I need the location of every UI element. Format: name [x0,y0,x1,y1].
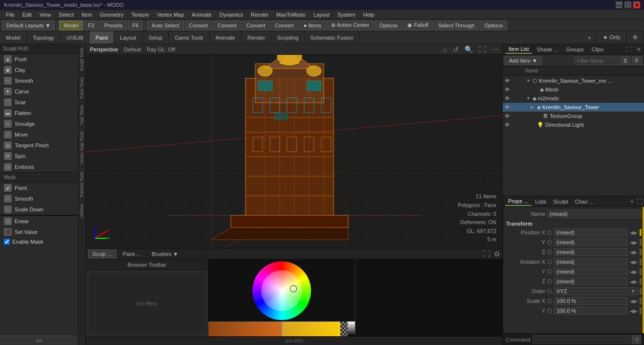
color-slider[interactable] [348,322,355,336]
props-expand-button[interactable]: + [630,198,634,205]
tab-settings[interactable]: ⚙ [627,31,644,44]
item-row-texture-group[interactable]: 👁 🖹 TextureGroup [503,112,644,120]
viewport-search-button[interactable]: 🔍 [465,46,473,53]
vtab-hair-tools[interactable]: Hair Tools [78,102,86,128]
viewport-expand-button[interactable]: ⛶ [479,46,486,53]
enable-mask-checkbox[interactable]: Enable Mask [0,237,78,246]
tool-scar[interactable]: ⌒ Scar [0,97,78,108]
select-through-button[interactable]: Select Through [434,21,479,30]
color-wheel-container[interactable] [208,259,355,322]
tool-tangent-pinch[interactable]: ◎ Tangent Pinch [0,140,78,151]
item-row-kremlin-tower[interactable]: 👁 ▶ ◈ Kremlin_Saviour_Tower [503,103,644,112]
order-dropdown-arrow[interactable]: ▼ [631,289,635,294]
add-item-button[interactable]: Add Item ▼ [505,56,542,65]
expand-icon-3[interactable]: ▼ [526,96,531,101]
tab-scripting[interactable]: Scripting [271,31,305,44]
vis-icon-4[interactable]: 👁 [505,104,510,110]
tab-game-tools[interactable]: Game Tools [169,31,210,44]
prop-position-z-radio[interactable] [547,250,552,254]
color-cursor[interactable] [290,286,296,292]
convert-button-2[interactable]: Convert [213,21,241,30]
prop-position-x-arrow[interactable]: ◀▶ [630,230,638,235]
tab-uvedit[interactable]: UVEdit [61,31,89,44]
viewport-canvas[interactable]: 11 Items Polygons : Face Channels: 0 Def… [86,55,502,248]
bottom-menu-button[interactable]: ⚙ [494,250,500,258]
viewport-raygl-label[interactable]: Ray GL: Off [147,46,175,52]
prop-rotation-y-radio[interactable] [547,269,552,274]
btab-sculpt[interactable]: Sculp ... [88,250,116,258]
model-tab-button[interactable]: Model [59,21,83,30]
panel-tab-groups[interactable]: Groups [563,46,587,53]
prop-position-y-arrow[interactable]: ◀▶ [630,240,638,245]
prop-position-y-radio[interactable] [547,240,552,245]
presets-button[interactable]: Presets [100,21,127,30]
menu-item[interactable]: Item [78,11,96,19]
tab-setup[interactable]: Setup [142,31,169,44]
prop-rotation-x-arrow[interactable]: ◀▶ [630,259,638,265]
f2-button[interactable]: F2 [84,21,99,30]
prop-scale-y-value[interactable]: 100.0 % [554,307,628,315]
color-swatch-primary[interactable] [208,322,281,336]
bottom-expand-button[interactable]: ⛶ [483,250,490,258]
menu-render[interactable]: Render [247,11,272,19]
vtab-particle-tools[interactable]: Particle Tools [78,168,86,200]
tab-model[interactable]: Model [0,31,27,44]
command-execute-button[interactable]: ⊙ [632,335,641,344]
menu-dynamics[interactable]: Dynamics [216,11,247,19]
viewport-menu-button[interactable]: ⋯ [491,46,498,53]
close-button[interactable]: ✕ [633,1,640,8]
tool-flatten[interactable]: ▬ Flatten [0,108,78,118]
viewport-default-label[interactable]: Default [124,46,141,52]
convert-button-4[interactable]: Convert [270,21,298,30]
prop-position-x-value[interactable]: (mixed) [554,229,628,236]
default-layouts-button[interactable]: Default Layouts ▼ [2,21,55,30]
props-tab-lists[interactable]: Lists [533,198,550,206]
props-tab-chan[interactable]: Chan ... [572,198,597,206]
tool-spin[interactable]: ⟳ Spin [0,151,78,161]
tool-carve[interactable]: ✦ Carve [0,86,78,97]
prop-scale-y-arrow[interactable]: ◀▶ [630,308,638,314]
tab-star[interactable]: ★ Only [597,31,627,44]
tab-paint[interactable]: Paint [89,31,114,44]
tool-mask-smooth[interactable]: ~ Smooth [0,193,78,204]
prop-scale-x-radio[interactable] [547,299,552,303]
prop-scale-x-arrow[interactable]: ◀▶ [630,299,638,304]
menu-maxtomodo[interactable]: MaxToModo [272,11,310,19]
convert-button-3[interactable]: Convert [242,21,270,30]
filter-items-input[interactable] [575,56,619,65]
tool-smudge[interactable]: ≈ Smudge [0,118,78,129]
tab-schematic[interactable]: Schematic Fusion [305,31,359,44]
sidebar-expand-button[interactable]: >> [0,336,78,345]
menu-animate[interactable]: Animate [188,11,215,19]
presets-f6-button[interactable]: F6 [128,21,143,30]
minimize-button[interactable]: — [616,1,622,8]
panel-close-button[interactable]: ✕ [636,46,641,53]
options-button-2[interactable]: Options [480,21,508,30]
tool-set-value[interactable]: ⬛ Set Value [0,227,78,237]
btab-paint[interactable]: Paint ... [118,250,145,258]
prop-position-x-radio[interactable] [547,230,552,235]
prop-position-y-value[interactable]: (mixed) [554,238,628,246]
prop-order-value[interactable]: XYZ ▼ [554,287,638,295]
panel-tab-shade[interactable]: Shade ... [534,46,561,53]
props-expand-button2[interactable]: ⛶ [637,198,643,205]
item-row-mesh[interactable]: 👁 ◈ Mesh [503,85,644,94]
tab-add[interactable]: + [582,31,597,44]
prop-rotation-x-radio[interactable] [547,259,552,264]
prop-rotation-x-value[interactable]: (mixed) [554,258,628,266]
viewport-home-button[interactable]: ⌂ [443,46,447,53]
menu-layout[interactable]: Layout [310,11,333,19]
vis-icon-1[interactable]: 👁 [505,78,510,84]
expand-icon-4[interactable]: ▶ [531,105,535,110]
menu-system[interactable]: System [333,11,359,19]
filter-s-button[interactable]: S [620,56,630,65]
tab-render[interactable]: Render [242,31,271,44]
viewport-perspective-label[interactable]: Perspective [90,46,118,52]
enable-mask-input[interactable] [4,239,10,245]
panel-tab-clips[interactable]: Clips [589,46,606,53]
falloff-button[interactable]: ◉ Falloff [403,21,433,30]
prop-position-z-arrow[interactable]: ◀▶ [630,250,638,255]
tool-erase[interactable]: ◻ Erase [0,216,78,227]
color-wheel[interactable] [252,261,311,320]
menu-view[interactable]: View [36,11,55,19]
